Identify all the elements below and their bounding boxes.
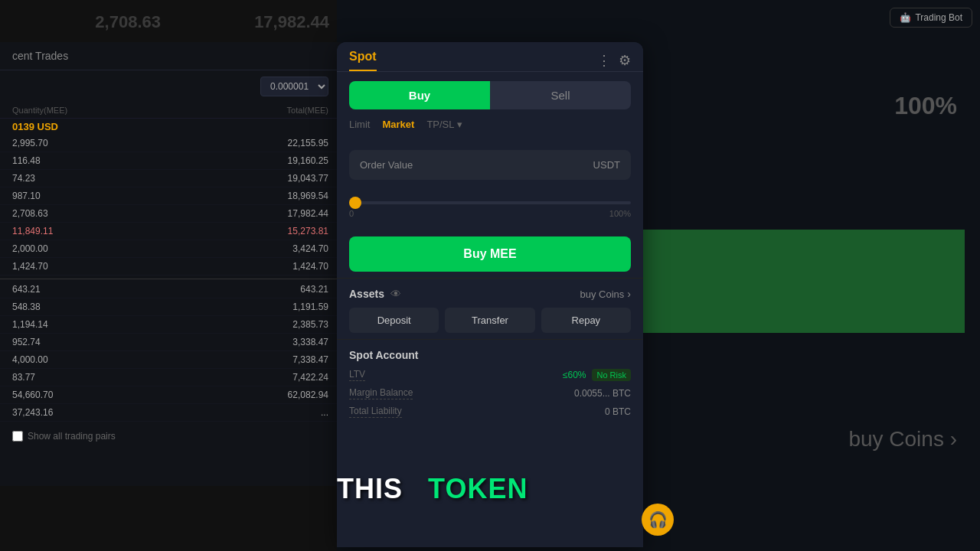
list-item: 11,849.11 15,273.81: [0, 223, 341, 240]
list-item: 2,708.63 17,982.44: [0, 205, 341, 223]
ltv-row: LTV ≤60% No Risk: [349, 369, 631, 381]
buy-coins-link[interactable]: buy Coins ›: [580, 288, 631, 300]
ltv-value: ≤60%: [563, 370, 586, 380]
list-item: 987.10 18,969.54: [0, 187, 341, 205]
total-liability-label: Total Liability: [349, 406, 402, 418]
order-value-label: Order Value: [360, 159, 413, 171]
headphone-icon: 🎧: [648, 510, 668, 529]
bg-num: 17,982.44: [176, 8, 329, 37]
dropdown-row: 0.000001: [0, 70, 341, 103]
list-item: 548.38 1,191.59: [0, 298, 341, 316]
deposit-button[interactable]: Deposit: [349, 308, 439, 333]
support-avatar[interactable]: 🎧: [642, 504, 674, 536]
order-value-section: Order Value USDT: [337, 138, 643, 186]
chevron-down-icon: ▾: [457, 119, 462, 130]
tab-market[interactable]: Market: [382, 119, 414, 130]
sell-button[interactable]: Sell: [490, 81, 631, 109]
bg-num: 2,708.63: [8, 8, 161, 37]
assets-title-row: Assets 👁: [349, 288, 401, 300]
show-all-row: Show all trading pairs: [0, 422, 341, 451]
bg-buy-coins: buy Coins ›: [848, 427, 957, 452]
buy-coins-text: buy Coins: [580, 289, 625, 300]
spot-actions: ⋮ ⚙: [597, 52, 631, 69]
list-item: 83.77 7,422.24: [0, 369, 341, 386]
list-item: 116.48 19,160.25: [0, 152, 341, 170]
list-item: 2,000.00 3,424.70: [0, 240, 341, 258]
price-value: 0139 USD: [12, 121, 171, 132]
margin-balance-value: 0.0055... BTC: [574, 388, 631, 399]
spot-account-section: Spot Account LTV ≤60% No Risk Margin Bal…: [337, 339, 643, 433]
bg-percent: 100%: [894, 92, 957, 120]
caption-word-2: TOKEN: [428, 473, 528, 504]
show-all-label: Show all trading pairs: [28, 431, 116, 442]
slider-labels: 0 100%: [349, 209, 631, 218]
transfer-button[interactable]: Transfer: [445, 308, 534, 333]
order-value-field[interactable]: Order Value USDT: [349, 150, 631, 180]
order-value-currency: USDT: [593, 159, 620, 171]
more-options-icon[interactable]: ⋮: [597, 52, 611, 69]
eye-icon[interactable]: 👁: [390, 288, 401, 300]
no-risk-badge: No Risk: [592, 369, 631, 381]
margin-balance-row: Margin Balance 0.0055... BTC: [349, 387, 631, 399]
assets-label: Assets: [349, 288, 384, 300]
spot-account-title: Spot Account: [349, 349, 631, 361]
list-item: 37,243.16 ...: [0, 404, 341, 422]
slider-min-label: 0: [349, 209, 354, 218]
ltv-label: LTV: [349, 369, 365, 381]
caption-overlay: THIS TOKEN: [0, 473, 980, 505]
buy-sell-row: Buy Sell: [337, 72, 643, 119]
total-liability-value: 0 BTC: [605, 406, 631, 417]
list-item: 1,194.14 2,385.73: [0, 316, 341, 334]
trades-column-headers: Quantity(MEE) Total(MEE): [0, 103, 341, 119]
settings-icon[interactable]: ⚙: [619, 52, 631, 69]
slider-section: 0 100%: [337, 186, 643, 230]
order-type-row: Limit Market TP/SL ▾: [337, 119, 643, 138]
trading-bot-header: 🤖 Trading Bot: [890, 8, 972, 28]
buy-coins-arrow-icon: ›: [627, 288, 631, 300]
margin-balance-label: Margin Balance: [349, 387, 413, 399]
total-liability-row: Total Liability 0 BTC: [349, 406, 631, 418]
trades-list: 2,995.70 22,155.95 116.48 19,160.25 74.2…: [0, 135, 341, 422]
list-item: 1,424.70 1,424.70: [0, 258, 341, 276]
list-item: 2,995.70 22,155.95: [0, 135, 341, 152]
spot-header: Spot ⋮ ⚙: [337, 42, 643, 72]
trading-bot-button[interactable]: 🤖 Trading Bot: [890, 8, 972, 28]
tab-spot[interactable]: Spot: [349, 50, 377, 71]
slider-track[interactable]: [349, 201, 631, 204]
action-buttons-row: Deposit Transfer Repay: [349, 308, 631, 333]
caption-word-1: THIS: [337, 473, 403, 504]
list-item: 4,000.00 7,338.47: [0, 351, 341, 369]
decimal-select[interactable]: 0.000001: [260, 77, 328, 96]
tab-tpsl[interactable]: TP/SL ▾: [426, 119, 462, 130]
list-item: 74.23 19,043.77: [0, 170, 341, 187]
recent-trades-header: cent Trades: [0, 42, 341, 70]
repay-button[interactable]: Repay: [541, 308, 631, 333]
price-row: 0139 USD: [0, 119, 341, 135]
buy-mee-button[interactable]: Buy MEE: [349, 236, 631, 272]
list-item: 952.74 3,338.47: [0, 334, 341, 351]
recent-trades-panel: cent Trades 0.000001 Quantity(MEE) Total…: [0, 42, 341, 486]
trading-panel: Spot ⋮ ⚙ Buy Sell Limit Market TP/SL ▾ O…: [337, 42, 643, 547]
buy-button[interactable]: Buy: [349, 81, 490, 109]
show-all-checkbox[interactable]: [12, 431, 23, 442]
assets-header: Assets 👁 buy Coins ›: [349, 288, 631, 300]
list-item: 643.21 643.21: [0, 279, 341, 298]
tab-limit[interactable]: Limit: [349, 119, 370, 130]
spot-tab-row: Spot ⋮ ⚙: [349, 50, 631, 71]
caption-text: THIS TOKEN: [337, 473, 980, 505]
list-item: 54,660.70 62,082.94: [0, 386, 341, 404]
slider-max-label: 100%: [609, 209, 631, 218]
assets-section: Assets 👁 buy Coins › Deposit Transfer Re…: [337, 278, 643, 339]
robot-icon: 🤖: [900, 12, 911, 23]
slider-thumb[interactable]: [349, 197, 361, 209]
